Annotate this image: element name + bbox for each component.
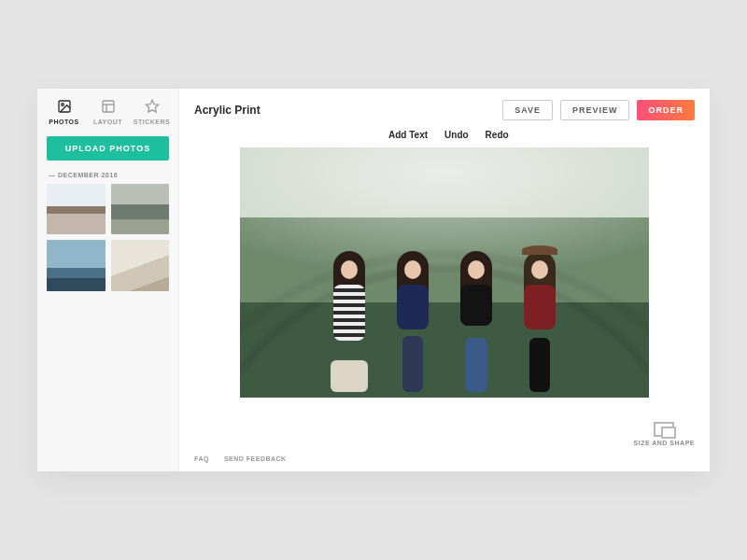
sidebar: PHOTOS LAYOUT STICKERS UPLOAD PHOTOS — D… bbox=[37, 89, 179, 471]
svg-point-1 bbox=[61, 104, 63, 106]
faq-link[interactable]: FAQ bbox=[194, 455, 209, 462]
redo-button[interactable]: Redo bbox=[486, 130, 509, 140]
size-and-shape-button[interactable]: SIZE AND SHAPE bbox=[634, 422, 695, 446]
topbar: Acrylic Print SAVE PREVIEW ORDER bbox=[179, 89, 710, 126]
tab-photos[interactable]: PHOTOS bbox=[45, 98, 83, 125]
tab-label: PHOTOS bbox=[45, 119, 83, 125]
canvas-image-content bbox=[240, 243, 649, 398]
size-shape-icon bbox=[654, 422, 674, 437]
thumbnail[interactable] bbox=[47, 184, 106, 234]
svg-rect-2 bbox=[103, 101, 114, 112]
footer-links: FAQ SEND FEEDBACK bbox=[179, 450, 710, 471]
order-button[interactable]: ORDER bbox=[637, 100, 695, 120]
tab-label: STICKERS bbox=[133, 119, 171, 125]
thumbnail[interactable] bbox=[47, 240, 106, 290]
photo-thumbnails bbox=[37, 184, 178, 291]
add-text-button[interactable]: Add Text bbox=[388, 130, 428, 140]
print-canvas[interactable] bbox=[240, 147, 649, 398]
canvas-area: SIZE AND SHAPE bbox=[179, 147, 710, 450]
thumbnail[interactable] bbox=[111, 240, 170, 290]
send-feedback-link[interactable]: SEND FEEDBACK bbox=[224, 455, 287, 462]
star-icon bbox=[144, 98, 161, 115]
layout-icon bbox=[100, 98, 117, 115]
tab-layout[interactable]: LAYOUT bbox=[89, 98, 127, 125]
photos-icon bbox=[56, 98, 73, 115]
preview-button[interactable]: PREVIEW bbox=[560, 100, 630, 120]
main-panel: Acrylic Print SAVE PREVIEW ORDER Add Tex… bbox=[179, 89, 710, 471]
product-title: Acrylic Print bbox=[194, 104, 261, 117]
canvas-toolbar: Add Text Undo Redo bbox=[179, 126, 710, 147]
photo-group-label: — DECEMBER 2016 bbox=[37, 170, 178, 184]
size-shape-label: SIZE AND SHAPE bbox=[634, 440, 695, 446]
sidebar-tabs: PHOTOS LAYOUT STICKERS bbox=[37, 89, 178, 131]
header-actions: SAVE PREVIEW ORDER bbox=[502, 100, 695, 120]
undo-button[interactable]: Undo bbox=[444, 130, 469, 140]
tab-label: LAYOUT bbox=[89, 119, 127, 125]
app-window: PHOTOS LAYOUT STICKERS UPLOAD PHOTOS — D… bbox=[37, 89, 710, 471]
save-button[interactable]: SAVE bbox=[502, 100, 553, 120]
upload-photos-button[interactable]: UPLOAD PHOTOS bbox=[47, 136, 169, 161]
tab-stickers[interactable]: STICKERS bbox=[133, 98, 171, 125]
svg-marker-5 bbox=[146, 100, 158, 112]
thumbnail[interactable] bbox=[111, 184, 170, 234]
